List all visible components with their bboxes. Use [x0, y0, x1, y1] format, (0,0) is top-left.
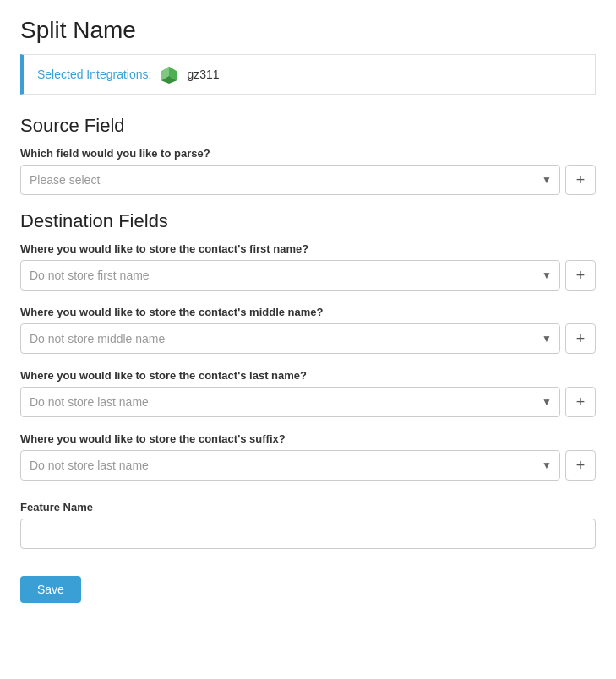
first-name-add-button[interactable]: +: [565, 260, 596, 291]
middle-name-label: Where you would like to store the contac…: [20, 306, 596, 318]
first-name-row: Do not store first name ▼ +: [20, 260, 596, 291]
feature-name-section: Feature Name: [20, 501, 596, 549]
destination-fields-section: Destination Fields Where you would like …: [20, 210, 596, 481]
middle-name-select-wrapper: Do not store middle name ▼: [20, 323, 560, 354]
source-field-label: Which field would you like to parse?: [20, 147, 596, 160]
source-field-add-button[interactable]: +: [565, 165, 596, 195]
integration-label: Selected Integrations:: [37, 68, 151, 81]
destination-fields-title: Destination Fields: [20, 210, 596, 232]
first-name-select[interactable]: Do not store first name: [20, 260, 560, 291]
last-name-group: Where you would like to store the contac…: [20, 369, 596, 417]
integration-name: gz311: [187, 68, 219, 81]
middle-name-row: Do not store middle name ▼ +: [20, 323, 596, 354]
suffix-row: Do not store last name ▼ +: [20, 450, 596, 481]
page-title: Split Name: [20, 17, 596, 44]
source-field-title: Source Field: [20, 115, 596, 137]
last-name-add-button[interactable]: +: [565, 387, 596, 417]
integration-bar: Selected Integrations: gz311: [20, 54, 596, 95]
last-name-select-wrapper: Do not store last name ▼: [20, 387, 560, 417]
first-name-label: Where you would like to store the contac…: [20, 242, 596, 255]
gz311-icon: [160, 65, 178, 84]
source-field-group: Which field would you like to parse? Ple…: [20, 147, 596, 195]
suffix-select-wrapper: Do not store last name ▼: [20, 450, 560, 481]
last-name-label: Where you would like to store the contac…: [20, 369, 596, 382]
feature-name-label: Feature Name: [20, 501, 596, 513]
suffix-group: Where you would like to store the contac…: [20, 432, 596, 481]
suffix-select[interactable]: Do not store last name: [20, 450, 560, 481]
feature-name-input[interactable]: [20, 519, 596, 549]
last-name-row: Do not store last name ▼ +: [20, 387, 596, 417]
source-field-row: Please select ▼ +: [20, 165, 596, 195]
save-button[interactable]: Save: [20, 576, 81, 603]
middle-name-group: Where you would like to store the contac…: [20, 306, 596, 354]
suffix-add-button[interactable]: +: [565, 450, 596, 481]
last-name-select[interactable]: Do not store last name: [20, 387, 560, 417]
source-field-section: Source Field Which field would you like …: [20, 115, 596, 195]
first-name-group: Where you would like to store the contac…: [20, 242, 596, 291]
middle-name-add-button[interactable]: +: [565, 323, 596, 354]
first-name-select-wrapper: Do not store first name ▼: [20, 260, 560, 291]
middle-name-select[interactable]: Do not store middle name: [20, 323, 560, 354]
source-field-select-wrapper: Please select ▼: [20, 165, 560, 195]
source-field-select[interactable]: Please select: [20, 165, 560, 195]
suffix-label: Where you would like to store the contac…: [20, 432, 596, 445]
